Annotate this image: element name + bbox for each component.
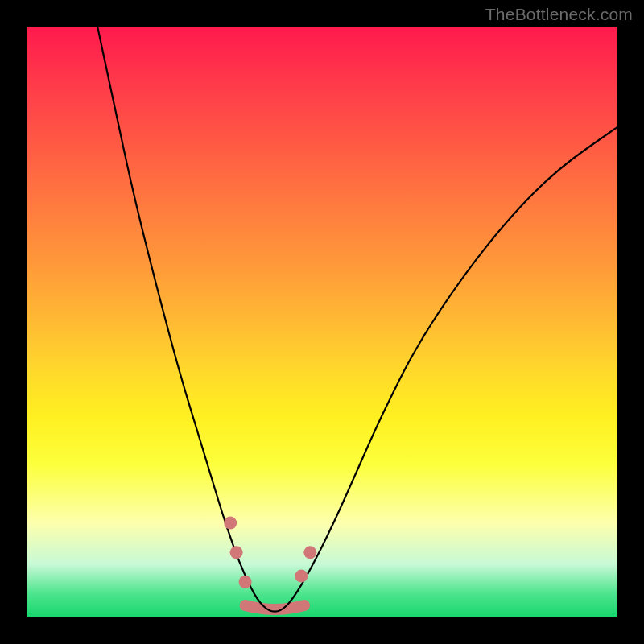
plot-area [27,27,617,617]
trough-band [246,605,304,609]
marker-dot [303,546,316,559]
marker-dot [239,576,252,588]
marker-group [224,517,316,588]
curve-overlay [27,27,617,617]
chart-container: TheBottleneck.com [0,0,644,644]
marker-dot [295,570,308,583]
watermark-text: TheBottleneck.com [485,5,633,24]
marker-dot [224,517,237,530]
marker-dot [230,546,243,559]
bottleneck-curve [97,27,617,612]
